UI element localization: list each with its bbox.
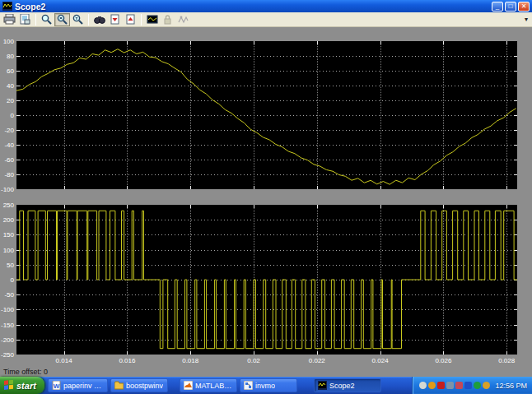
taskbar-item-boostpwinv[interactable]: boostpwinv [110,378,168,392]
save-axes-icon [110,14,120,25]
title-bar[interactable]: Scope2 _ □ ✕ [0,0,532,12]
signal-selection-icon [178,15,189,25]
lock-axes-button [160,13,175,26]
taskbar-item-paperinv-micros[interactable]: Wpaperinv - Micros... [48,378,108,392]
minimize-button[interactable]: _ [492,2,503,12]
toolbar-overflow-arrow[interactable]: ▾ [525,16,528,23]
lower-y-tick-label: 0 [0,276,14,284]
window-title: Scope2 [15,2,492,12]
top-axes[interactable] [16,41,517,189]
time-offset-value: 0 [44,368,48,376]
taskbar-item-matlab-7-5-0-r[interactable]: MATLAB 7.5.0 (R... [180,378,237,392]
start-button[interactable]: start [0,377,44,394]
tray-network-icon[interactable] [474,382,481,389]
toolbar: ▾ [0,12,532,27]
x-tick-label: 0.018 [182,357,198,364]
x-tick-label: 0.016 [119,357,135,364]
lower-y-tick-label: -200 [0,336,14,343]
tray-bluetooth-icon[interactable] [464,382,472,389]
upper-y-tick-label: -100 [0,186,14,193]
lock-axes-icon [163,14,172,25]
start-label: start [16,381,36,391]
windows-flag-icon [3,380,14,391]
print-button[interactable] [2,13,17,26]
bottom-axes[interactable] [16,205,517,355]
taskbar-clock: 12:56 PM [495,382,527,390]
maximize-button[interactable]: □ [505,2,516,12]
tray-antivirus-icon[interactable] [437,382,445,389]
tray-volume-icon[interactable] [428,382,436,389]
upper-y-tick-label: -80 [0,171,14,178]
lower-y-tick-label: -100 [0,306,14,313]
lower-y-tick-label: -150 [0,321,14,328]
upper-y-tick-label: -60 [0,156,14,164]
upper-plot-canvas [16,41,517,189]
toolbar-separator [88,14,89,25]
tray-usb-device-icon[interactable] [455,382,463,389]
autoscale-icon [94,15,105,25]
zoom-y-button[interactable] [70,13,86,26]
print-icon [3,14,16,25]
tray-display-icon[interactable] [446,382,454,389]
upper-y-tick-label: 100 [0,38,14,45]
lower-y-tick-label: -50 [0,291,14,299]
taskbar-item-label: Scope2 [329,382,355,390]
taskbar: start Wpaperinv - Micros...boostpwinvMAT… [0,377,532,394]
zoom-x-icon [57,14,68,25]
time-offset-status: Time offset: 0 [3,368,48,376]
x-tick-label: 0.026 [435,357,451,364]
scope-window-icon [2,2,12,11]
save-axes-button[interactable] [107,13,123,26]
upper-y-tick-label: 20 [0,97,14,104]
parameters-button[interactable] [17,13,33,26]
system-tray: 12:56 PM [412,377,532,394]
toolbar-separator [141,14,142,25]
floating-scope-icon [147,15,158,25]
x-tick-label: 0.02 [247,357,260,364]
upper-y-tick-label: 60 [0,67,14,75]
scope-icon [318,381,327,390]
filtered-output-voltage-trace [16,49,516,185]
upper-y-tick-label: -20 [0,127,14,134]
autoscale-button[interactable] [91,13,107,26]
lower-y-tick-label: 150 [0,231,14,239]
lower-y-tick-label: 100 [0,246,14,253]
lower-plot-canvas [16,205,517,355]
lower-y-tick-label: -250 [0,351,14,359]
matlab-icon [184,381,193,390]
zoom-x-button[interactable] [54,13,70,26]
zoom-y-icon [72,14,83,25]
taskbar-item-invmo[interactable]: invmo [240,378,297,392]
folder-icon [114,381,124,390]
taskbar-item-label: paperinv - Micros... [63,382,104,390]
x-tick-label: 0.014 [56,357,72,364]
close-button[interactable]: ✕ [518,2,530,12]
simulink-icon [244,381,253,390]
upper-y-tick-label: 80 [0,53,14,60]
lower-y-tick-label: 250 [0,202,14,209]
upper-y-tick-label: 40 [0,82,14,90]
zoom-icon [41,14,52,25]
tray-scheduler-icon[interactable] [483,382,490,389]
time-offset-label: Time offset: [3,368,42,376]
toolbar-separator [35,14,36,25]
floating-scope-button[interactable] [144,13,160,26]
signal-selection-button [175,13,191,26]
x-tick-label: 0.022 [309,357,325,364]
word-document-icon: W [52,381,61,390]
parameters-icon [20,14,30,25]
tray-messenger-icon[interactable] [419,382,427,389]
taskbar-item-label: MATLAB 7.5.0 (R... [195,382,233,390]
zoom-button[interactable] [39,13,54,26]
upper-y-tick-label: -40 [0,141,14,149]
taskbar-item-label: boostpwinv [126,382,163,390]
x-tick-label: 0.024 [372,357,389,364]
taskbar-item-scope2[interactable]: Scope2 [314,378,381,392]
taskbar-item-label: invmo [255,382,275,390]
upper-y-tick-label: 0 [0,112,14,119]
x-tick-label: 0.028 [498,357,515,364]
svg-text:W: W [54,382,60,390]
scope-window: Scope2 _ □ ✕ ▾ Time offset: 0 1008060402… [0,0,532,394]
restore-axes-icon [125,14,136,25]
restore-axes-button[interactable] [123,13,138,26]
